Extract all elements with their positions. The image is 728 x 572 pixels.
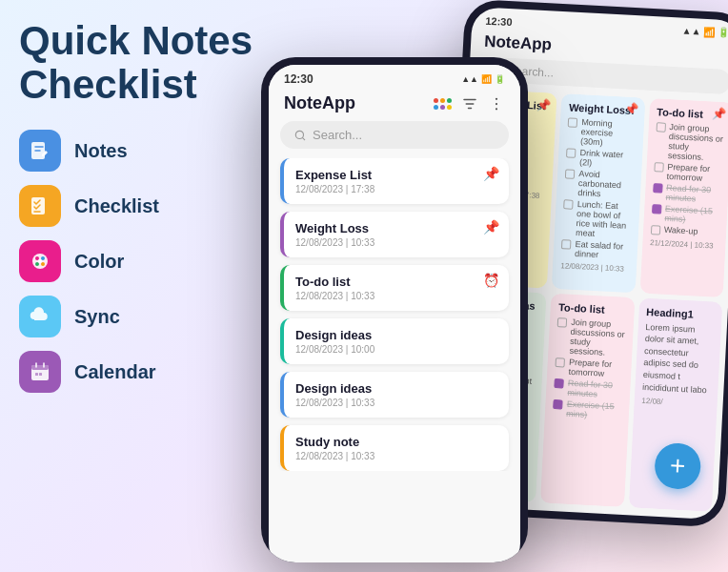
sync-label: Sync [74, 306, 120, 328]
front-header-icons [434, 95, 505, 112]
todo-alarm-icon: ⏰ [483, 273, 499, 288]
cloud-sync-icon [29, 305, 51, 328]
checklist-label: Checklist [74, 195, 159, 217]
front-status-icons: ▲▲ 📶 🔋 [461, 74, 505, 84]
search-placeholder: Search... [313, 128, 362, 142]
notes-pencil-icon [29, 139, 51, 162]
todo2-title: To-do list [558, 301, 627, 317]
front-status-bar: 12:30 ▲▲ 📶 🔋 [269, 65, 520, 90]
feature-checklist: Checklist [19, 185, 267, 227]
note-todo[interactable]: To-do list 12/08/2023 | 10:33 ⏰ [280, 265, 509, 311]
svg-point-14 [495, 108, 497, 110]
search-icon [293, 129, 307, 142]
svg-point-7 [38, 259, 42, 263]
note-study-date: 12/08/2023 | 10:33 [295, 451, 497, 461]
back-card-weightloss[interactable]: 📌 Weight Loss: Morning exercise (30m) Dr… [552, 93, 645, 293]
calendar-icon [29, 360, 51, 383]
note-expense-date: 12/08/2023 | 17:38 [295, 184, 497, 194]
more-options-icon[interactable] [488, 95, 505, 112]
svg-point-4 [41, 256, 45, 260]
svg-point-6 [41, 262, 45, 266]
heading-text: Lorem ipsum dolor sit amet, consectetur … [642, 321, 714, 397]
features-list: Notes Checklist [19, 130, 267, 393]
note-todo-title: To-do list [295, 275, 497, 289]
grid-view-icon[interactable] [434, 98, 452, 110]
phone-front: 12:30 ▲▲ 📶 🔋 NoteApp [261, 57, 528, 562]
svg-rect-9 [31, 365, 49, 370]
expense-pin-icon: 📌 [536, 98, 552, 112]
calendar-label: Calendar [74, 361, 156, 383]
notes-icon-bg [19, 130, 61, 172]
note-weightloss[interactable]: Weight Loss 12/08/2023 | 10:33 📌 [280, 212, 509, 257]
svg-rect-10 [35, 373, 38, 376]
note-design1-title: Design ideas [295, 328, 497, 342]
back-time: 12:30 [485, 15, 513, 28]
signal-icon: ▲▲ [461, 74, 478, 84]
svg-point-13 [495, 102, 497, 104]
note-expense-title: Expense List [295, 168, 497, 182]
weightloss-pin-icon: 📌 [624, 102, 639, 116]
back-app-title: NoteApp [484, 32, 553, 55]
note-study[interactable]: Study note 12/08/2023 | 10:33 [280, 425, 509, 471]
color-label: Color [74, 251, 124, 273]
todo1-pin-icon: 📌 [712, 107, 727, 121]
front-search-bar[interactable]: Search... [280, 121, 509, 149]
front-phone-screen: 12:30 ▲▲ 📶 🔋 NoteApp [269, 65, 520, 562]
svg-point-3 [35, 256, 39, 260]
note-design1[interactable]: Design ideas 12/08/2023 | 10:00 [280, 318, 509, 364]
feature-sync: Sync [19, 296, 267, 337]
back-signal-icons: ▲▲ 📶 🔋 [681, 26, 728, 40]
sync-icon-bg [19, 296, 61, 337]
svg-rect-11 [39, 373, 42, 376]
note-design2-title: Design ideas [295, 381, 497, 396]
notes-label: Notes [74, 140, 128, 162]
note-expense[interactable]: Expense List 12/08/2023 | 17:38 📌 [280, 158, 509, 204]
wifi-icon: 📶 [481, 74, 492, 84]
weightloss-pin: 📌 [483, 219, 499, 235]
front-app-title: NoteApp [284, 93, 355, 113]
note-weightloss-date: 12/08/2023 | 10:33 [295, 237, 497, 248]
weightloss-date: 12/08/2023 | 10:33 [560, 261, 629, 274]
filter-icon[interactable] [461, 95, 478, 112]
heading-date: 12/08/ [641, 397, 710, 409]
note-todo-date: 12/08/2023 | 10:33 [295, 291, 497, 301]
note-study-title: Study note [295, 435, 497, 449]
front-app-header: NoteApp [269, 90, 520, 121]
front-time: 12:30 [284, 72, 313, 86]
main-title: Quick Notes Checklist [19, 19, 267, 107]
feature-notes: Notes [19, 130, 267, 172]
heading-title: Heading1 [646, 306, 715, 321]
back-card-todo1[interactable]: 📌 To-do list Join group discussions or s… [639, 98, 728, 297]
feature-color: Color [19, 240, 267, 282]
color-icon-bg [19, 240, 61, 282]
note-design1-date: 12/08/2023 | 10:00 [295, 344, 497, 355]
note-design2-date: 12/08/2023 | 10:33 [295, 398, 497, 408]
note-design2[interactable]: Design ideas 12/08/2023 | 10:33 [280, 372, 509, 418]
checklist-icon [29, 194, 51, 217]
battery-icon: 🔋 [495, 74, 505, 84]
phones-container: 12:30 ▲▲ 📶 🔋 NoteApp 🔍 Search... 📌 Expen… [233, 0, 728, 572]
expense-pin: 📌 [483, 166, 499, 181]
left-section: Quick Notes Checklist Notes [19, 19, 267, 393]
color-palette-icon [29, 250, 51, 273]
feature-calendar: Calendar [19, 351, 267, 393]
svg-point-5 [35, 262, 39, 266]
front-notes-list: Expense List 12/08/2023 | 17:38 📌 Weight… [269, 158, 520, 471]
back-card-todo2[interactable]: To-do list Join group discussions or stu… [540, 293, 635, 507]
calendar-icon-bg [19, 351, 61, 393]
note-weightloss-title: Weight Loss [295, 221, 497, 235]
checklist-icon-bg [19, 185, 61, 227]
todo1-date: 21/12/2024 | 10:33 [650, 238, 718, 251]
svg-point-12 [495, 97, 497, 99]
